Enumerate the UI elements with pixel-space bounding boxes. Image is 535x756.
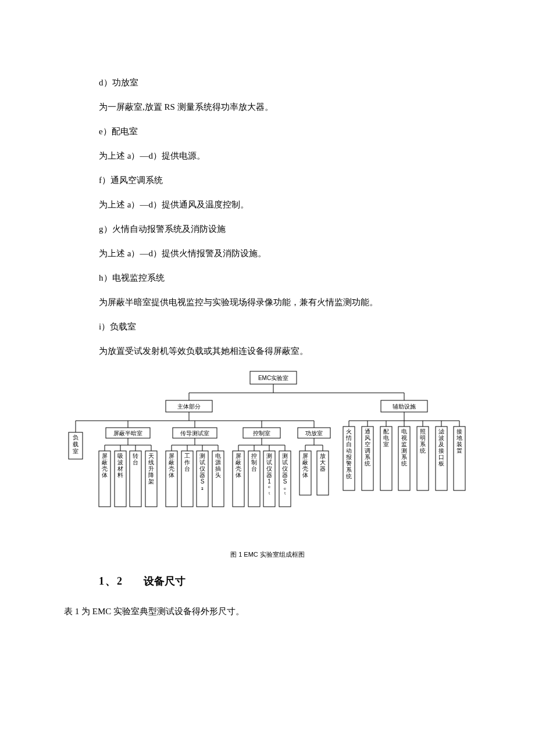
shield-leaves: 屏蔽壳体吸波材料转台天线升降架 xyxy=(99,445,157,507)
svg-text:通风空调系统: 通风空调系统 xyxy=(365,428,370,467)
para-d-body: 为一屏蔽室,放置 RS 测量系统得功率放大器。 xyxy=(99,100,436,114)
amp-leaves: 屏蔽壳体放大器 xyxy=(299,445,329,495)
svg-text:火情自动报警系统: 火情自动报警系统 xyxy=(345,428,352,479)
svg-text:控制台: 控制台 xyxy=(251,453,257,472)
para-f-body: 为上述 a）—d）提供通风及温度控制。 xyxy=(99,198,436,212)
para-h-body: 为屏蔽半暗室提供电视监控与实验现场得录像功能，兼有火情监测功能。 xyxy=(99,295,436,309)
section-num: 1、2 xyxy=(99,575,123,587)
svg-text:吸波材料: 吸波材料 xyxy=(117,453,123,478)
para-g-body: 为上述 a）—d）提供火情报警及消防设施。 xyxy=(99,246,436,260)
diagram-caption: 图 1 EMC 实验室组成框图 xyxy=(64,551,471,558)
section-title: 设备尺寸 xyxy=(144,575,186,587)
para-e-head: e）配电室 xyxy=(99,124,436,138)
aux-leaves: 火情自动报警系统通风空调系统配电室电视监测系统照明系统滤波及接口板接地装置 xyxy=(343,421,465,490)
svg-text:屏蔽壳体: 屏蔽壳体 xyxy=(302,453,308,478)
section-heading: 1、2 设备尺寸 xyxy=(99,573,436,590)
table-note: 表 1 为 EMC 实验室典型测试设备得外形尺寸。 xyxy=(64,604,436,618)
svg-text:电源插头: 电源插头 xyxy=(215,453,221,478)
svg-text:天线升降架: 天线升降架 xyxy=(148,453,154,485)
node-root: EMC实验室 xyxy=(258,375,288,381)
node-load: 负载室 xyxy=(73,434,79,454)
svg-text:滤波及接口板: 滤波及接口板 xyxy=(438,428,444,467)
node-aux: 辅助设施 xyxy=(393,403,416,410)
para-h-head: h）电视监控系统 xyxy=(99,271,436,285)
org-chart-diagram: EMC实验室 主体部分 辅助设施 负载室 屏蔽半暗室 屏蔽壳体吸波材料转台天线升… xyxy=(64,368,471,558)
conduct-leaves: 屏蔽壳体工作台测试仪器S₂电源插头 xyxy=(166,445,224,507)
svg-text:配电室: 配电室 xyxy=(383,428,389,447)
node-amp: 功放室 xyxy=(305,430,323,436)
svg-text:屏蔽壳体: 屏蔽壳体 xyxy=(102,453,108,478)
svg-text:转台: 转台 xyxy=(133,453,138,465)
svg-text:照明系统: 照明系统 xyxy=(420,428,426,454)
svg-text:工作台: 工作台 xyxy=(184,453,190,472)
para-d-head: d）功放室 xyxy=(99,76,436,89)
control-leaves: 屏蔽壳体控制台测试仪器1ᵉᵗ测试仪器Sₑᵗ xyxy=(233,445,291,507)
para-i-head: i）负载室 xyxy=(99,320,436,334)
para-e-body: 为上述 a）—d）提供电源。 xyxy=(99,149,436,163)
node-shield: 屏蔽半暗室 xyxy=(113,430,142,436)
node-main: 主体部分 xyxy=(177,403,201,410)
para-f-head: f）通风空调系统 xyxy=(99,173,436,187)
svg-text:接地装置: 接地装置 xyxy=(456,428,462,454)
svg-text:屏蔽壳体: 屏蔽壳体 xyxy=(236,453,241,478)
para-g-head: g）火情自动报警系统及消防设施 xyxy=(99,222,436,236)
para-i-body: 为放置受试发射机等效负载或其她相连设备得屏蔽室。 xyxy=(99,344,436,358)
svg-text:放大器: 放大器 xyxy=(320,453,326,472)
svg-text:电视监测系统: 电视监测系统 xyxy=(401,428,407,467)
svg-text:屏蔽壳体: 屏蔽壳体 xyxy=(169,453,174,478)
node-control: 控制室 xyxy=(253,430,270,436)
node-conduct: 传导测试室 xyxy=(180,430,209,436)
